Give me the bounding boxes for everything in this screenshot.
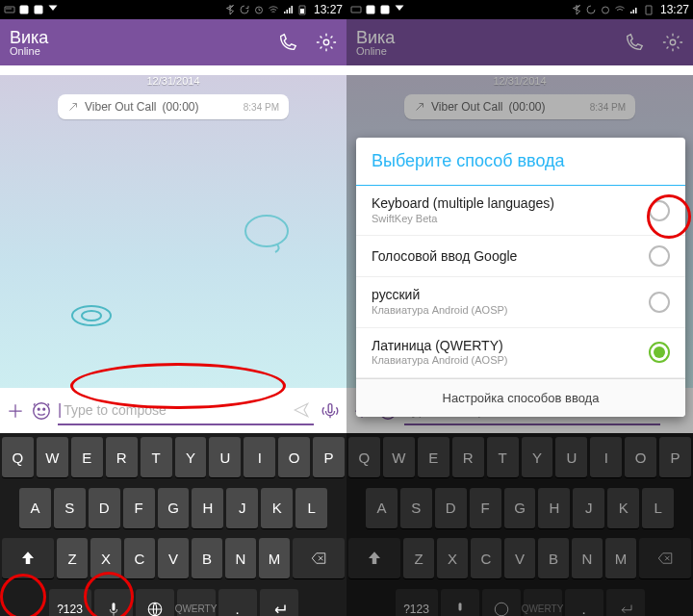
- key-r: R: [452, 437, 484, 477]
- key-e: E: [418, 437, 449, 477]
- keyboard-row-2b: ASDFGHJKL: [348, 488, 691, 528]
- key-o[interactable]: O: [278, 437, 310, 477]
- key-m[interactable]: M: [259, 538, 290, 578]
- svg-rect-5: [35, 6, 43, 14]
- key-u[interactable]: U: [209, 437, 241, 477]
- settings-gear-icon[interactable]: [316, 32, 337, 53]
- wifi-icon: [268, 4, 279, 15]
- input-method-option[interactable]: Латиница (QWERTY)Клавиатура Android (AOS…: [356, 328, 685, 378]
- radio-unselected-icon[interactable]: [649, 292, 670, 313]
- key-y[interactable]: Y: [175, 437, 207, 477]
- input-method-dialog: Выберите способ ввода Keyboard (multiple…: [356, 138, 685, 417]
- call-icon[interactable]: [277, 32, 298, 53]
- key-h: H: [538, 488, 570, 528]
- svg-rect-16: [328, 403, 332, 412]
- alarm-icon: [600, 4, 611, 15]
- key-v: V: [504, 538, 535, 578]
- key-c[interactable]: C: [124, 538, 155, 578]
- svg-rect-2: [9, 9, 10, 10]
- key-r[interactable]: R: [106, 437, 138, 477]
- notification-icon: [47, 4, 59, 15]
- globe-language-key: [482, 589, 521, 616]
- spacebar-key[interactable]: QWERTY: [177, 589, 216, 616]
- key-f[interactable]: F: [123, 488, 155, 528]
- input-method-option[interactable]: Keyboard (multiple languages)SwiftKey Be…: [356, 186, 685, 236]
- key-v[interactable]: V: [158, 538, 189, 578]
- svg-point-22: [602, 7, 608, 13]
- key-j[interactable]: J: [226, 488, 258, 528]
- key-t[interactable]: T: [141, 437, 172, 477]
- backspace-key: [639, 538, 691, 578]
- key-b[interactable]: B: [192, 538, 222, 578]
- svg-rect-23: [646, 6, 652, 14]
- input-method-option[interactable]: Голосовой ввод Google: [356, 236, 685, 277]
- radio-selected-icon[interactable]: [649, 342, 670, 363]
- key-h[interactable]: H: [192, 488, 223, 528]
- key-z: Z: [403, 538, 434, 578]
- keyboard-row-1b: QWERTYUIOP: [348, 437, 691, 477]
- signal-icon: [282, 4, 294, 15]
- svg-rect-21: [381, 6, 390, 14]
- svg-rect-17: [112, 603, 115, 610]
- compose-bar: | Type to compose: [0, 388, 346, 433]
- compose-input[interactable]: | Type to compose: [58, 397, 314, 425]
- symbols-key[interactable]: ?123: [49, 589, 91, 616]
- key-y: Y: [522, 437, 553, 477]
- key-z[interactable]: Z: [57, 538, 88, 578]
- shift-key[interactable]: [2, 538, 54, 578]
- soft-keyboard: QWERTYUIOP ASDFGHJKL ZXCVBNM ?123 QWERTY…: [346, 433, 693, 616]
- signal-icon: [629, 4, 640, 15]
- backspace-key[interactable]: [293, 538, 345, 578]
- key-c: C: [471, 538, 501, 578]
- add-attachment-icon[interactable]: [6, 401, 25, 421]
- key-q[interactable]: Q: [2, 437, 34, 477]
- chat-area: 12/31/2014 Viber Out Call (00:00) 8:34 P…: [0, 75, 346, 388]
- input-settings-button[interactable]: Настройка способов ввода: [356, 378, 685, 417]
- svg-point-15: [43, 408, 45, 410]
- radio-unselected-icon[interactable]: [649, 200, 670, 221]
- key-m: M: [605, 538, 636, 578]
- key-p[interactable]: P: [313, 437, 345, 477]
- viber-indicator-icon: [365, 4, 376, 15]
- date-separator: 12/31/2014: [0, 75, 346, 87]
- svg-rect-19: [351, 7, 361, 13]
- clock-time: 13:27: [660, 3, 689, 16]
- svg-point-9: [323, 39, 329, 45]
- key-l[interactable]: L: [295, 488, 327, 528]
- globe-language-key[interactable]: [136, 589, 174, 616]
- input-method-option[interactable]: русскийКлавиатура Android (AOSP): [356, 277, 685, 327]
- key-w[interactable]: W: [37, 437, 68, 477]
- enter-key[interactable]: [260, 589, 298, 616]
- send-icon[interactable]: [293, 401, 310, 419]
- radio-unselected-icon[interactable]: [649, 245, 670, 267]
- key-g[interactable]: G: [158, 488, 190, 528]
- keyboard-row-1: QWERTYUIOP: [2, 437, 345, 477]
- contact-name: Вика: [356, 29, 395, 46]
- clock-time: 13:27: [314, 3, 343, 16]
- key-s: S: [400, 488, 432, 528]
- period-key[interactable]: .: [218, 589, 257, 616]
- key-p: P: [659, 437, 691, 477]
- call-event-bubble[interactable]: Viber Out Call (00:00) 8:34 PM: [58, 94, 289, 119]
- svg-point-12: [82, 311, 101, 321]
- contact-name[interactable]: Вика: [10, 29, 48, 46]
- viber-indicator-icon: [18, 4, 30, 15]
- voice-message-icon[interactable]: [320, 400, 341, 422]
- key-k[interactable]: K: [261, 488, 293, 528]
- key-a[interactable]: A: [19, 488, 51, 528]
- svg-point-11: [72, 306, 111, 325]
- key-x[interactable]: X: [90, 538, 121, 578]
- mic-key[interactable]: [94, 589, 133, 616]
- svg-point-10: [245, 216, 288, 246]
- key-i[interactable]: I: [244, 437, 275, 477]
- status-bar: 13:27: [0, 0, 346, 19]
- svg-rect-1: [7, 9, 8, 10]
- mic-key: [441, 589, 479, 616]
- key-n[interactable]: N: [225, 538, 256, 578]
- key-s[interactable]: S: [54, 488, 86, 528]
- key-d[interactable]: D: [89, 488, 120, 528]
- sticker-icon[interactable]: [31, 400, 52, 422]
- key-e[interactable]: E: [71, 437, 103, 477]
- key-b: B: [538, 538, 569, 578]
- svg-rect-4: [20, 6, 29, 14]
